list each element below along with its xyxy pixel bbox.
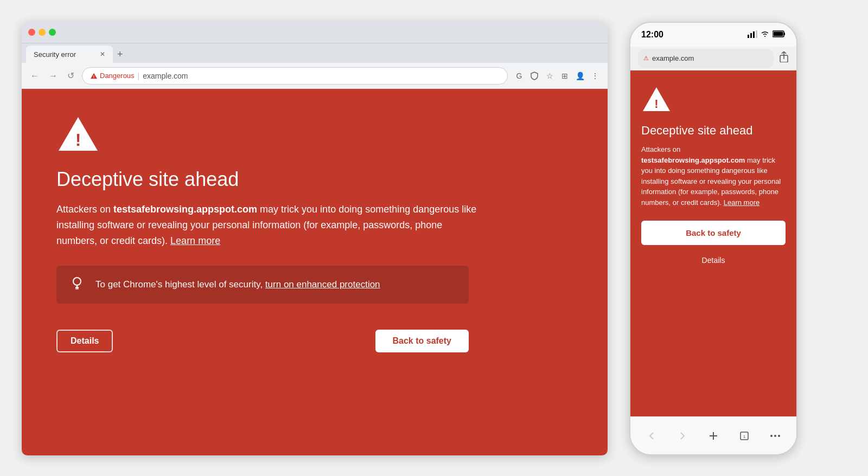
mobile-url-box[interactable]: ⚠ example.com	[638, 49, 774, 68]
svg-point-23	[770, 435, 773, 437]
svg-rect-10	[753, 31, 755, 38]
bookmark-icon[interactable]: ⊞	[559, 70, 571, 82]
warning-small-icon: !	[90, 72, 98, 80]
svg-point-25	[778, 435, 780, 437]
mobile-back-to-safety-button[interactable]: Back to safety	[641, 221, 786, 245]
protection-text: To get Chrome's highest level of securit…	[95, 279, 380, 290]
page-content: ! Deceptive site ahead Attackers on test…	[22, 89, 608, 455]
mobile-warning-icon-wrap: !	[641, 86, 786, 115]
new-tab-button[interactable]: +	[113, 46, 127, 63]
profile-icon[interactable]: 👤	[574, 70, 586, 82]
learn-more-link[interactable]: Learn more	[170, 235, 220, 246]
mobile-newtab-button[interactable]	[701, 424, 725, 448]
maximize-traffic-light[interactable]	[49, 29, 56, 36]
mobile-url: example.com	[652, 54, 694, 62]
toolbar-icons: G ☆ ⊞ 👤 ⋮	[513, 70, 601, 82]
google-icon[interactable]: G	[513, 70, 525, 82]
mobile-warning-icon: ⚠	[643, 55, 649, 62]
wifi-icon	[761, 30, 769, 39]
svg-rect-9	[750, 33, 752, 38]
dangerous-label: Dangerous	[100, 72, 135, 80]
url-text: example.com	[143, 72, 188, 80]
mobile-back-nav[interactable]	[640, 424, 663, 448]
page-description: Attackers on testsafebrowsing.appspot.co…	[56, 202, 480, 248]
mobile-time: 12:00	[641, 30, 663, 40]
details-button[interactable]: Details	[56, 330, 113, 352]
url-box[interactable]: ! Dangerous | example.com	[82, 67, 508, 85]
warning-icon-wrap: !	[56, 115, 573, 155]
dangerous-domain: testsafebrowsing.appspot.com	[113, 204, 257, 215]
svg-rect-8	[748, 35, 749, 38]
mobile-page-heading: Deceptive site ahead	[641, 124, 786, 138]
forward-button[interactable]: →	[47, 69, 60, 83]
star-icon[interactable]: ☆	[544, 70, 556, 82]
protection-prefix: To get Chrome's highest level of securit…	[95, 279, 263, 290]
warning-icon: !	[56, 115, 100, 153]
desktop-browser-window: Security error ✕ + ← → ↺ ! Dangerous | e…	[22, 22, 608, 455]
mobile-bottom-nav: 1	[630, 416, 796, 454]
mobile-share-button[interactable]	[779, 52, 789, 65]
mobile-forward-nav[interactable]	[671, 424, 694, 448]
refresh-button[interactable]: ↺	[65, 68, 76, 83]
url-divider: |	[138, 72, 140, 80]
mobile-phone: 12:00 ⚠ example.com !	[629, 22, 797, 455]
page-heading: Deceptive site ahead	[56, 168, 573, 191]
bulb-icon	[69, 275, 85, 294]
shield-icon[interactable]	[528, 70, 540, 82]
status-icons	[748, 30, 786, 40]
mobile-learn-more-link[interactable]: Learn more	[724, 198, 760, 207]
mobile-description-prefix: Attackers on	[641, 145, 680, 153]
mobile-page-description: Attackers on testsafebrowsing.appspot.co…	[641, 144, 786, 208]
mobile-menu-button[interactable]	[763, 424, 787, 448]
svg-point-4	[73, 278, 81, 285]
traffic-lights	[28, 29, 56, 36]
tab-title: Security error	[34, 50, 76, 59]
close-traffic-light[interactable]	[28, 29, 35, 36]
battery-icon	[773, 30, 786, 39]
description-prefix: Attackers on	[56, 204, 113, 215]
protection-box: To get Chrome's highest level of securit…	[56, 266, 469, 304]
signal-icon	[748, 30, 757, 40]
svg-point-24	[774, 435, 776, 437]
dangerous-badge: ! Dangerous	[90, 72, 135, 80]
mobile-warning-triangle: !	[641, 86, 672, 113]
svg-rect-11	[756, 30, 757, 38]
mobile-address-bar: ⚠ example.com	[630, 47, 796, 70]
mobile-page: ! Deceptive site ahead Attackers on test…	[630, 70, 796, 416]
browser-tab[interactable]: Security error ✕	[26, 46, 113, 63]
svg-text:!: !	[654, 97, 658, 111]
buttons-row: Details Back to safety	[56, 330, 469, 352]
svg-text:!: !	[93, 75, 94, 79]
back-to-safety-button[interactable]: Back to safety	[375, 330, 469, 352]
mobile-tabs-button[interactable]: 1	[732, 424, 756, 448]
svg-rect-13	[784, 33, 785, 35]
menu-icon[interactable]: ⋮	[589, 70, 601, 82]
back-button[interactable]: ←	[28, 69, 41, 83]
tab-close-button[interactable]: ✕	[100, 50, 105, 58]
mobile-status-bar: 12:00	[630, 23, 796, 47]
minimize-traffic-light[interactable]	[39, 29, 46, 36]
svg-text:!: !	[75, 130, 81, 150]
svg-rect-14	[774, 32, 783, 36]
mobile-details-button[interactable]: Details	[641, 252, 786, 269]
svg-text:1: 1	[743, 434, 746, 439]
enhanced-protection-link[interactable]: turn on enhanced protection	[265, 279, 380, 290]
title-bar	[22, 22, 608, 43]
mobile-dangerous-domain: testsafebrowsing.appspot.com	[641, 156, 745, 164]
address-bar: ← → ↺ ! Dangerous | example.com G ☆ ⊞ 👤 …	[22, 63, 608, 89]
tab-bar: Security error ✕ +	[22, 43, 608, 63]
